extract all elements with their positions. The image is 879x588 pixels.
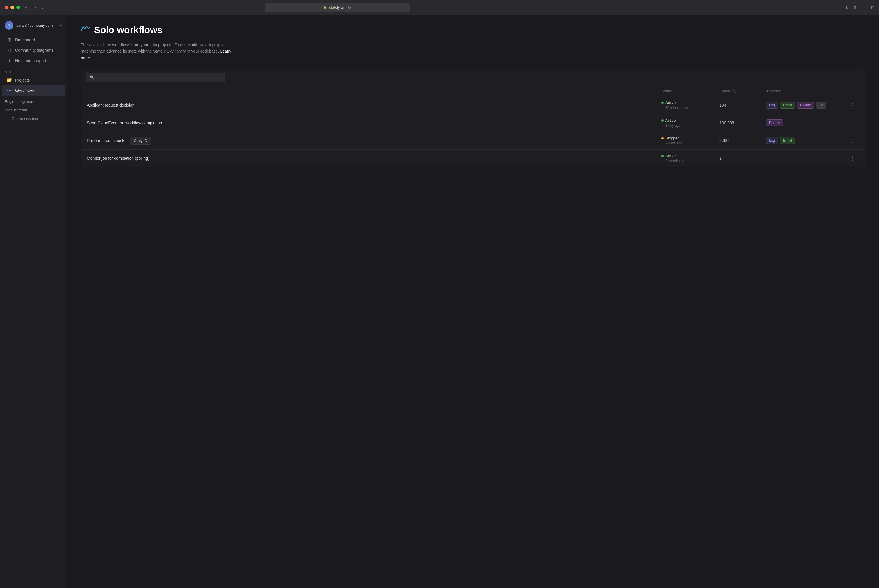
- status-cell: Active 1 day ago: [661, 118, 720, 128]
- status-dot-active: [661, 155, 664, 157]
- share-icon[interactable]: ⬆: [853, 4, 857, 11]
- more-addons-badge[interactable]: +2: [816, 102, 826, 109]
- maximize-button[interactable]: [16, 6, 20, 9]
- copy-id-button[interactable]: Copy ID: [130, 137, 151, 145]
- log-badge[interactable]: Log: [766, 102, 778, 109]
- status-cell: Stopped 7 days ago: [661, 136, 720, 145]
- status-indicator: Active: [661, 100, 720, 105]
- events-count: 190,938: [720, 121, 766, 125]
- page-title: Solo workflows: [94, 25, 162, 36]
- traffic-lights: [5, 6, 20, 9]
- browser-chrome: ⊡ ‹ › 🔒 stately.ai ↻ ⬇ ⬆ ＋ ⧉: [0, 0, 879, 15]
- email-badge[interactable]: Email: [780, 102, 795, 109]
- sidebar-item-dashboard[interactable]: ⊞ Dashboard: [2, 34, 65, 45]
- page-header: Solo workflows: [81, 24, 865, 36]
- sidebar-item-workflows[interactable]: 〜 Workflows: [2, 86, 65, 96]
- col-actions-header: [847, 89, 859, 93]
- status-time: 1 day ago: [661, 123, 720, 128]
- log-badge[interactable]: Log: [766, 137, 778, 144]
- status-text: Active: [666, 118, 676, 123]
- sidebar-item-label: Projects: [15, 78, 30, 82]
- page-description: These are all the workflows from your so…: [81, 42, 238, 61]
- more-actions-cell: ⋮: [847, 101, 859, 110]
- browser-navigation: ‹ ›: [33, 4, 46, 11]
- sidebar-item-label: Community diagrams: [15, 48, 54, 52]
- table-row[interactable]: Send CloudEvent on workflow completion A…: [81, 114, 865, 132]
- address-bar[interactable]: 🔒 stately.ai ↻: [264, 3, 410, 12]
- sidebar-item-community-diagrams[interactable]: ◎ Community diagrams: [2, 45, 65, 55]
- status-time: 7 days ago: [661, 141, 720, 145]
- chevron-down-icon: ▾: [60, 24, 62, 27]
- workflow-name: Send CloudEvent on workflow completion: [87, 121, 661, 125]
- status-text: Active: [666, 100, 676, 105]
- col-events-header: Events i: [720, 89, 766, 93]
- sidebar-item-projects[interactable]: 📁 Projects: [2, 75, 65, 85]
- main-content: Solo workflows These are all the workflo…: [67, 15, 879, 588]
- search-bar: 🔍: [81, 69, 865, 86]
- app-layout: S sarah@company.com ▾ ⊞ Dashboard ◎ Comm…: [0, 15, 879, 588]
- status-cell: Active 2 months ago: [661, 154, 720, 163]
- close-button[interactable]: [5, 6, 8, 9]
- table-row[interactable]: Monitor job for completion (polling) Act…: [81, 150, 865, 167]
- workflow-name: Monitor job for completion (polling): [87, 156, 661, 160]
- email-badge[interactable]: Email: [780, 137, 795, 144]
- download-icon[interactable]: ⬇: [844, 4, 849, 11]
- minimize-button[interactable]: [11, 6, 14, 9]
- search-input-wrapper[interactable]: 🔍: [86, 73, 225, 82]
- sidebar-item-label: Workflows: [15, 88, 34, 93]
- engineering-team-label[interactable]: Engineering team: [0, 96, 66, 105]
- more-actions-cell: ⋮: [847, 154, 859, 163]
- more-options-button[interactable]: ⋮: [847, 136, 857, 145]
- status-time: 2 months ago: [661, 159, 720, 163]
- workflow-icon: 〜: [6, 88, 12, 94]
- events-count: 5,982: [720, 138, 766, 143]
- workflow-header-icon: [81, 24, 90, 36]
- col-name-header: [87, 89, 661, 93]
- forward-button[interactable]: ›: [41, 4, 45, 11]
- col-addons-header: Add-ons: [766, 89, 847, 93]
- more-options-button[interactable]: ⋮: [847, 154, 857, 163]
- sidebar: S sarah@company.com ▾ ⊞ Dashboard ◎ Comm…: [0, 15, 67, 588]
- sidebar-item-label: Help and support: [15, 58, 46, 63]
- priority-badge[interactable]: Priority: [766, 119, 783, 126]
- reload-button[interactable]: ↻: [348, 5, 351, 10]
- events-info-icon[interactable]: i: [732, 89, 736, 93]
- more-actions-cell: ⋮: [847, 136, 859, 145]
- addons-cell: Log Email: [766, 137, 847, 144]
- tabs-icon[interactable]: ⧉: [871, 4, 874, 10]
- priority-badge[interactable]: Priority: [797, 102, 814, 109]
- table-header: Status Events i Add-ons: [81, 86, 865, 96]
- lock-icon: 🔒: [323, 6, 327, 9]
- status-dot-active: [661, 102, 664, 104]
- more-options-button[interactable]: ⋮: [847, 101, 857, 110]
- url-text: stately.ai: [329, 5, 344, 10]
- avatar: S: [5, 21, 14, 30]
- status-text: Active: [666, 154, 676, 158]
- search-input[interactable]: [97, 75, 213, 80]
- status-time: 30 minutes ago: [661, 106, 720, 110]
- browser-actions: ⬇ ⬆ ＋ ⧉: [844, 4, 874, 11]
- search-icon: 🔍: [90, 75, 95, 80]
- workflow-name: Perform credit check Copy ID: [87, 137, 661, 145]
- more-actions-cell: ⋮: [847, 118, 859, 127]
- status-cell: Active 30 minutes ago: [661, 100, 720, 110]
- table-row[interactable]: Applicant request decision Active 30 min…: [81, 96, 865, 114]
- new-tab-icon[interactable]: ＋: [861, 4, 867, 11]
- status-dot-stopped: [661, 137, 664, 140]
- folder-icon: 📁: [6, 77, 12, 83]
- events-count: 104: [720, 103, 766, 108]
- sidebar-item-label: Dashboard: [15, 38, 35, 42]
- user-email: sarah@company.com: [16, 23, 57, 28]
- sidebar-toggle-icon[interactable]: ⊡: [24, 4, 27, 10]
- status-indicator: Stopped: [661, 136, 720, 140]
- back-button[interactable]: ‹: [33, 4, 38, 11]
- addons-cell: Log Email Priority +2: [766, 102, 847, 109]
- table-row[interactable]: Perform credit check Copy ID Stopped 7 d…: [81, 132, 865, 150]
- sidebar-item-help-and-support[interactable]: ℹ Help and support: [2, 56, 65, 66]
- more-options-button[interactable]: ⋮: [847, 118, 857, 127]
- solo-section-label: Solo: [0, 66, 66, 75]
- create-team-label: Create new team: [12, 117, 41, 121]
- user-menu[interactable]: S sarah@company.com ▾: [0, 19, 66, 34]
- create-new-team-button[interactable]: ＋ Create new team: [0, 113, 66, 124]
- product-team-label[interactable]: Product team: [0, 105, 66, 113]
